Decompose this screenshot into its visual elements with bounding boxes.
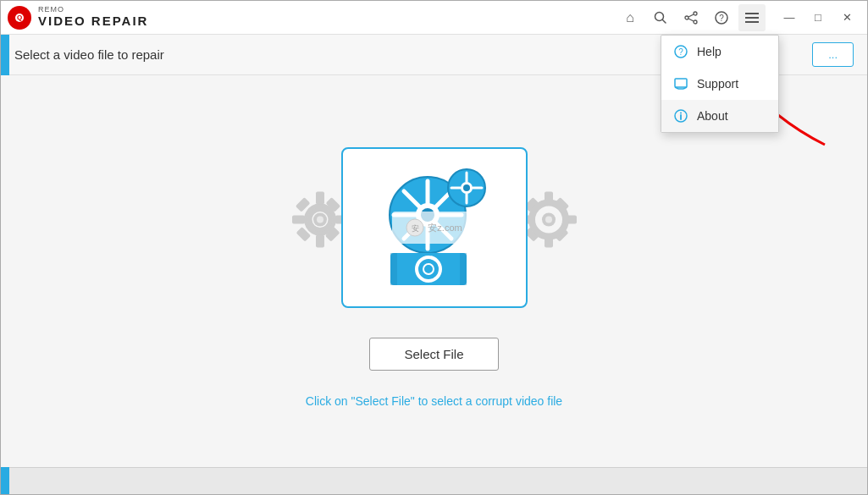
svg-rect-65 [460,253,467,285]
help-menu-icon: ? [673,44,688,59]
search-icon [654,11,667,25]
svg-rect-22 [316,192,324,205]
bottom-bar [1,467,867,494]
svg-line-5 [688,14,694,17]
film-reel-svg [367,164,502,291]
app-window: Q remo VIDEO REPAIR ⌂ [0,0,868,495]
help-icon: ? [715,11,728,25]
svg-rect-24 [292,216,305,224]
logo-letter: Q [17,14,22,21]
app-logo: Q [8,6,31,30]
title-bar-right: ⌂ ? [616,4,860,31]
menu-item-about[interactable]: About [661,100,778,132]
svg-text:?: ? [678,47,683,57]
hamburger-icon [745,12,759,24]
app-title-main: VIDEO REPAIR [38,14,148,29]
menu-item-support-label: Support [697,77,738,91]
menu-button[interactable] [738,4,766,31]
svg-point-20 [680,112,682,113]
title-bar-left: Q remo VIDEO REPAIR [8,6,148,30]
svg-point-53 [421,208,434,222]
home-button[interactable]: ⌂ [616,4,644,31]
svg-line-1 [663,19,666,23]
menu-item-support[interactable]: Support [661,68,778,100]
main-content: 安 安z.com Select File Click on "Select Fi… [1,75,867,467]
maximize-button[interactable]: □ [804,4,832,31]
svg-rect-64 [390,253,397,285]
search-button[interactable] [647,4,674,31]
svg-rect-14 [675,79,687,87]
svg-point-2 [694,12,697,15]
svg-point-4 [685,16,688,19]
about-menu-icon [673,108,688,124]
svg-point-31 [317,217,323,223]
title-bar: Q remo VIDEO REPAIR ⌂ [1,1,867,35]
window-controls: — □ ✕ [776,4,860,31]
menu-item-help[interactable]: ? Help [661,36,778,68]
toolbar-label: Select a video file to repair [14,47,164,62]
dropdown-menu: ? Help Support [661,35,779,133]
svg-text:?: ? [719,14,724,23]
select-file-button[interactable]: Select File [369,338,498,371]
svg-rect-23 [316,235,324,248]
menu-item-help-label: Help [697,45,721,58]
svg-point-42 [545,217,552,223]
support-menu-icon [673,76,688,91]
video-box: 安 安z.com [341,147,528,308]
svg-line-6 [688,19,694,21]
svg-point-3 [694,20,697,24]
svg-point-60 [463,184,470,191]
minimize-button[interactable]: — [776,4,803,31]
video-illustration: 安 安z.com [274,135,595,321]
bottom-hint: Click on "Select File" to select a corru… [306,394,562,408]
close-button[interactable]: ✕ [833,4,860,31]
share-icon [684,11,698,25]
help-button[interactable]: ? [708,4,735,31]
app-title: remo VIDEO REPAIR [38,6,148,28]
toolbar-action-button[interactable]: ... [812,42,854,67]
menu-item-about-label: About [697,109,728,123]
share-button[interactable] [677,4,705,31]
